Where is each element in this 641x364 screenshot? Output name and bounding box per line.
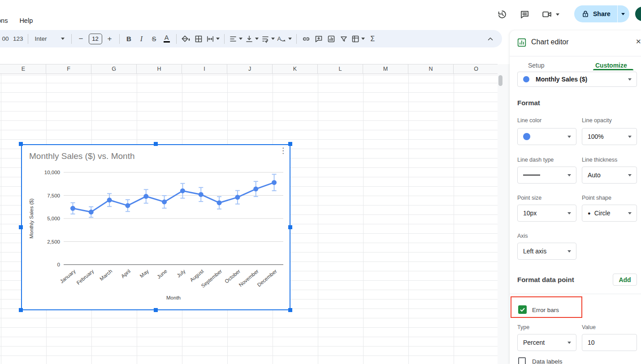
toolbar-divider xyxy=(296,34,297,44)
font-family-button[interactable]: Inter xyxy=(31,33,68,45)
menu-item-help[interactable]: Help xyxy=(19,17,33,24)
svg-text:10,000: 10,000 xyxy=(44,170,60,175)
create-filter-icon[interactable] xyxy=(338,33,350,45)
column-header-H[interactable]: H xyxy=(137,64,182,73)
svg-text:October: October xyxy=(224,268,241,284)
merge-cells-icon[interactable] xyxy=(205,33,221,45)
text-wrapping-icon[interactable] xyxy=(260,33,276,45)
line-dash-select[interactable] xyxy=(517,167,576,184)
video-call-icon[interactable] xyxy=(539,6,555,22)
lock-icon xyxy=(581,10,589,18)
font-size-button[interactable]: 12 xyxy=(87,33,104,45)
column-header-G[interactable]: G xyxy=(91,64,137,73)
chart-handle-bottom-mid[interactable] xyxy=(154,308,158,312)
line-thickness-select[interactable]: Auto xyxy=(582,167,637,184)
column-header-O[interactable]: O xyxy=(454,64,498,73)
line-color-swatch xyxy=(523,133,530,140)
decrease-font-size-icon[interactable]: − xyxy=(75,33,87,45)
share-divider xyxy=(617,5,618,22)
chevron-down-icon xyxy=(567,174,571,176)
chart-plot: 02,5005,0007,50010,000JanuaryFebruaryMar… xyxy=(22,164,290,310)
column-header-K[interactable]: K xyxy=(273,64,318,73)
avatar[interactable] xyxy=(635,7,641,21)
close-icon[interactable]: ✕ xyxy=(636,38,641,46)
axis-value: Left axis xyxy=(523,248,546,255)
share-dropdown[interactable] xyxy=(618,13,629,15)
fill-color-icon[interactable] xyxy=(180,33,192,45)
chevron-down-icon xyxy=(628,212,632,214)
point-shape-label: Point shape xyxy=(582,195,637,201)
chart-handle-bottom-right[interactable] xyxy=(288,308,292,312)
error-value-input[interactable]: 10 xyxy=(582,334,637,351)
chart-handle-top-left[interactable] xyxy=(19,142,23,146)
line-thickness-value: Auto xyxy=(588,171,601,179)
strikethrough-icon[interactable]: S xyxy=(148,33,160,45)
horizontal-align-icon[interactable] xyxy=(228,33,244,45)
insert-link-icon[interactable] xyxy=(300,33,312,45)
insert-chart-icon[interactable] xyxy=(325,33,338,45)
line-opacity-value: 100% xyxy=(588,133,604,140)
chevron-down-icon[interactable] xyxy=(556,13,559,16)
point-shape-select[interactable]: ● Circle xyxy=(582,205,637,222)
point-size-value: 10px xyxy=(523,210,537,217)
axis-select[interactable]: Left axis xyxy=(517,243,576,260)
chevron-down-icon xyxy=(567,136,571,138)
collapse-toolbar-icon[interactable] xyxy=(484,33,497,45)
chart-handle-left-mid[interactable] xyxy=(19,225,23,229)
toolbar-divider xyxy=(176,34,177,44)
circle-shape-icon: ● xyxy=(588,210,591,216)
add-data-point-button[interactable]: Add xyxy=(613,274,637,286)
svg-text:2,500: 2,500 xyxy=(47,239,60,244)
menu-item-extensions-partial[interactable]: ons xyxy=(0,17,8,24)
data-labels-checkbox[interactable] xyxy=(518,357,526,364)
svg-text:Month: Month xyxy=(166,295,181,300)
share-label: Share xyxy=(593,10,611,17)
scrollbar-thumb[interactable] xyxy=(498,75,502,86)
tab-setup[interactable]: Setup xyxy=(528,62,545,69)
text-color-icon[interactable]: A xyxy=(160,33,173,45)
column-header-I[interactable]: I xyxy=(182,64,227,73)
bold-icon[interactable]: B xyxy=(123,33,135,45)
column-header-E[interactable]: E xyxy=(1,64,46,73)
series-color-dot-icon xyxy=(523,76,529,82)
chart-options-icon[interactable]: ⋮ xyxy=(279,147,287,155)
chevron-down-icon xyxy=(288,38,292,40)
text-rotation-icon[interactable]: A xyxy=(276,33,294,45)
tab-customize[interactable]: Customize xyxy=(595,62,627,69)
chart-handle-top-right[interactable] xyxy=(288,142,292,146)
chart-title: Monthly Sales ($) vs. Month xyxy=(29,151,134,161)
borders-icon[interactable] xyxy=(192,33,205,45)
point-size-select[interactable]: 10px xyxy=(517,205,576,222)
column-header-J[interactable]: J xyxy=(227,64,273,73)
svg-text:November: November xyxy=(238,268,260,287)
line-opacity-select[interactable]: 100% xyxy=(582,128,637,145)
pivot-table-icon[interactable] xyxy=(350,33,366,45)
column-header-N[interactable]: N xyxy=(408,64,454,73)
functions-icon[interactable]: Σ xyxy=(366,33,379,45)
chart-handle-bottom-left[interactable] xyxy=(19,308,23,312)
format-as-number-button[interactable]: 123 xyxy=(12,33,25,45)
vertical-align-icon[interactable] xyxy=(244,33,260,45)
increase-font-size-icon[interactable]: + xyxy=(104,33,116,45)
chevron-down-icon xyxy=(271,38,275,40)
comments-icon[interactable] xyxy=(516,6,533,22)
value-label: Value xyxy=(582,324,637,330)
line-color-select[interactable] xyxy=(517,128,576,145)
version-history-icon[interactable] xyxy=(494,6,510,22)
chart-handle-right-mid[interactable] xyxy=(288,225,292,229)
series-selector[interactable]: Monthly Sales ($) xyxy=(517,72,637,87)
chevron-down-icon xyxy=(621,13,625,15)
italic-icon[interactable]: I xyxy=(135,33,148,45)
share-button[interactable]: Share xyxy=(574,5,629,22)
solid-line-icon xyxy=(523,175,540,176)
chart-handle-top-mid[interactable] xyxy=(154,142,158,146)
chart-editor-icon xyxy=(517,38,526,47)
column-header-F[interactable]: F xyxy=(46,64,91,73)
insert-comment-icon[interactable] xyxy=(312,33,325,45)
error-type-select[interactable]: Percent xyxy=(517,334,576,351)
embedded-chart[interactable]: Monthly Sales ($) vs. Month ⋮ 02,5005,00… xyxy=(21,144,290,310)
chevron-down-icon xyxy=(255,38,259,40)
column-header-L[interactable]: L xyxy=(318,64,363,73)
decrease-decimal-places-button[interactable]: 00 xyxy=(0,33,12,45)
column-header-M[interactable]: M xyxy=(363,64,408,73)
